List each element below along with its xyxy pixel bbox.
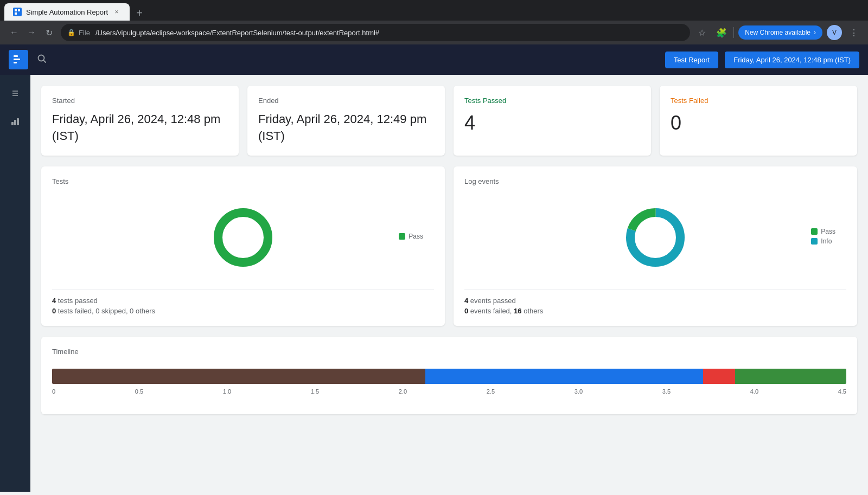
ended-card: Ended Friday, April 26, 2024, 12:49 pm (… bbox=[247, 86, 445, 156]
svg-rect-0 bbox=[15, 9, 17, 11]
tests-donut-chart bbox=[210, 205, 276, 270]
axis-label-15: 1.5 bbox=[311, 388, 319, 395]
extensions-button[interactable]: 🧩 bbox=[714, 25, 729, 40]
log-chart-title: Log events bbox=[464, 177, 846, 185]
star-button[interactable]: ☆ bbox=[694, 25, 710, 40]
axis-label-30: 3.0 bbox=[575, 388, 583, 395]
back-button[interactable]: ← bbox=[7, 25, 22, 40]
header-right: Test Report Friday, April 26, 2024, 12:4… bbox=[665, 52, 859, 68]
log-legend-info: Info bbox=[811, 237, 835, 245]
lock-icon: 🔒 bbox=[67, 29, 75, 36]
axis-label-20: 2.0 bbox=[399, 388, 407, 395]
svg-rect-12 bbox=[14, 120, 16, 125]
tests-passed-footer-label: tests passed bbox=[58, 297, 98, 305]
timeline-segment-blue bbox=[425, 369, 703, 384]
sidebar bbox=[0, 75, 30, 492]
log-donut-chart bbox=[623, 205, 688, 270]
new-chrome-label: New Chrome available bbox=[745, 29, 810, 36]
axis-label-25: 2.5 bbox=[487, 388, 495, 395]
svg-rect-5 bbox=[14, 62, 17, 63]
tests-failed-value: 0 bbox=[671, 111, 846, 134]
axis-label-10: 1.0 bbox=[223, 388, 231, 395]
tests-failed-summary: 0 tests failed, 0 skipped, 0 others bbox=[52, 307, 434, 315]
timeline-card: Timeline 0 0.5 1.0 1.5 2.0 2.5 bbox=[41, 337, 857, 414]
profile-button[interactable]: V bbox=[827, 25, 842, 40]
svg-rect-3 bbox=[14, 55, 18, 57]
tests-passed-label: Tests Passed bbox=[464, 97, 640, 105]
content-wrapper: Started Friday, April 26, 2024, 12:48 pm… bbox=[0, 75, 868, 492]
ended-value: Friday, April 26, 2024, 12:49 pm (IST) bbox=[258, 111, 434, 145]
separator bbox=[733, 27, 734, 38]
new-chrome-arrow-icon: › bbox=[814, 29, 816, 36]
tests-passed-card: Tests Passed 4 bbox=[454, 86, 651, 156]
log-passed-summary: 4 events passed bbox=[464, 297, 846, 305]
address-url: /Users/vipulgupta/eclipse-workspace/Exte… bbox=[95, 29, 379, 37]
search-icon[interactable] bbox=[37, 54, 47, 66]
log-chart-legend: Pass Info bbox=[811, 228, 835, 247]
forward-button[interactable]: → bbox=[24, 25, 39, 40]
log-chart-card: Log events Pass bbox=[454, 166, 857, 326]
new-tab-button[interactable]: + bbox=[132, 5, 147, 21]
nav-buttons: ← → ↻ bbox=[7, 25, 56, 40]
test-report-button[interactable]: Test Report bbox=[665, 52, 718, 68]
new-chrome-badge[interactable]: New Chrome available › bbox=[738, 25, 822, 40]
address-bar[interactable]: 🔒 File /Users/vipulgupta/eclipse-workspa… bbox=[61, 24, 690, 41]
tab-favicon bbox=[13, 8, 22, 16]
axis-label-45: 4.5 bbox=[838, 388, 846, 395]
tests-chart-card: Tests Pass bbox=[41, 166, 445, 326]
toolbar-right: ☆ 🧩 New Chrome available › V ⋮ bbox=[694, 25, 861, 40]
timeline-segment-brown bbox=[52, 369, 425, 384]
axis-label-0: 0 bbox=[52, 388, 55, 395]
log-legend-info-label: Info bbox=[821, 237, 832, 245]
tests-chart-legend: Pass bbox=[399, 233, 423, 242]
main-content: Started Friday, April 26, 2024, 12:48 pm… bbox=[30, 75, 868, 492]
log-chart-footer: 4 events passed 0 events failed, 16 othe… bbox=[464, 290, 846, 315]
address-label: File bbox=[79, 29, 90, 37]
timeline-segment-green bbox=[735, 369, 846, 384]
address-bar-row: ← → ↻ 🔒 File /Users/vipulgupta/eclipse-w… bbox=[0, 21, 868, 44]
timeline-segment-red bbox=[703, 369, 735, 384]
started-card: Started Friday, April 26, 2024, 12:48 pm… bbox=[41, 86, 239, 156]
tests-chart-area: Pass bbox=[52, 194, 434, 281]
log-chart-area: Pass Info bbox=[464, 194, 846, 281]
tab-title: Simple Automation Report bbox=[26, 8, 108, 16]
axis-label-35: 3.5 bbox=[662, 388, 671, 395]
timeline-axis: 0 0.5 1.0 1.5 2.0 2.5 3.0 3.5 4.0 4.5 bbox=[52, 388, 846, 395]
svg-line-7 bbox=[44, 60, 46, 62]
svg-rect-13 bbox=[17, 118, 19, 125]
svg-point-15 bbox=[218, 213, 268, 262]
tests-footer-secondary: tests failed, 0 skipped, 0 others bbox=[58, 307, 155, 315]
svg-rect-4 bbox=[14, 59, 20, 60]
svg-rect-11 bbox=[11, 122, 14, 125]
started-label: Started bbox=[52, 97, 228, 105]
tests-passed-summary: 4 tests passed bbox=[52, 297, 434, 305]
app-container: Test Report Friday, April 26, 2024, 12:4… bbox=[0, 44, 868, 492]
log-legend-pass: Pass bbox=[811, 228, 835, 235]
sidebar-item-chart[interactable] bbox=[5, 112, 25, 131]
svg-rect-2 bbox=[15, 12, 17, 15]
tests-chart-footer: 4 tests passed 0 tests failed, 0 skipped… bbox=[52, 290, 434, 315]
timeline-bar bbox=[52, 369, 846, 384]
tab-close-btn[interactable]: × bbox=[112, 8, 121, 16]
log-footer-secondary: events failed, bbox=[470, 307, 514, 315]
tests-chart-title: Tests bbox=[52, 177, 434, 185]
axis-label-40: 4.0 bbox=[750, 388, 758, 395]
started-value: Friday, April 26, 2024, 12:48 pm (IST) bbox=[52, 111, 228, 145]
sidebar-item-list[interactable] bbox=[5, 83, 25, 103]
svg-point-6 bbox=[39, 55, 44, 61]
more-button[interactable]: ⋮ bbox=[846, 25, 861, 40]
ended-label: Ended bbox=[258, 97, 434, 105]
log-passed-count: 4 bbox=[464, 297, 468, 305]
log-failed-summary: 0 events failed, 16 others bbox=[464, 307, 846, 315]
log-legend-pass-label: Pass bbox=[821, 228, 835, 235]
reload-button[interactable]: ↻ bbox=[41, 25, 56, 40]
active-tab[interactable]: Simple Automation Report × bbox=[4, 3, 130, 21]
log-pass-dot bbox=[811, 228, 818, 235]
tests-failed-card: Tests Failed 0 bbox=[660, 86, 857, 156]
pass-dot bbox=[399, 233, 405, 240]
tests-passed-count: 4 bbox=[52, 297, 56, 305]
tests-legend-pass-label: Pass bbox=[409, 233, 423, 240]
tests-passed-value: 4 bbox=[464, 111, 640, 134]
app-logo bbox=[9, 50, 28, 69]
axis-label-05: 0.5 bbox=[135, 388, 143, 395]
